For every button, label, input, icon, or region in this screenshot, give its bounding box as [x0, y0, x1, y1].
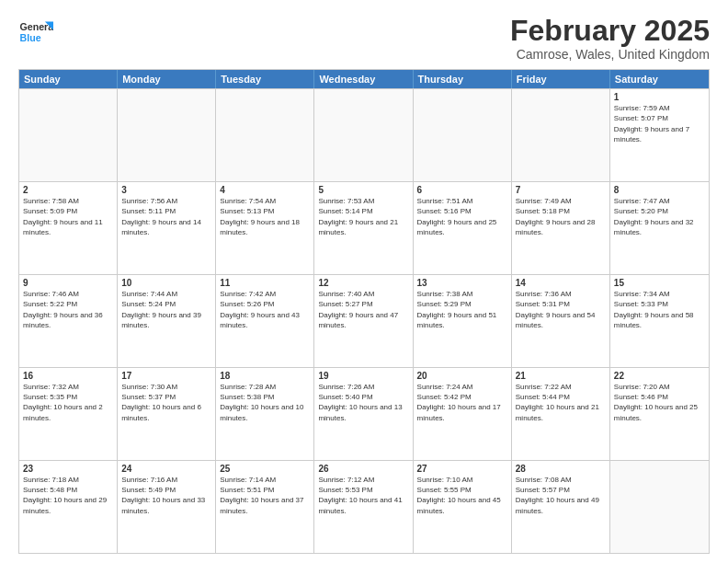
day-info: Sunrise: 7:38 AM Sunset: 5:29 PM Dayligh… — [417, 289, 507, 330]
calendar-cell: 3Sunrise: 7:56 AM Sunset: 5:11 PM Daylig… — [118, 182, 216, 274]
calendar-cell: 28Sunrise: 7:08 AM Sunset: 5:57 PM Dayli… — [512, 461, 610, 553]
calendar-cell: 10Sunrise: 7:44 AM Sunset: 5:24 PM Dayli… — [118, 275, 216, 367]
header-friday: Friday — [512, 70, 610, 88]
day-info: Sunrise: 7:47 AM Sunset: 5:20 PM Dayligh… — [614, 196, 705, 237]
day-number: 21 — [516, 371, 606, 381]
day-number: 11 — [220, 278, 310, 288]
header-wednesday: Wednesday — [314, 70, 413, 88]
day-number: 6 — [417, 185, 507, 195]
day-number: 12 — [318, 278, 408, 288]
page: General Blue February 2025 Camrose, Wale… — [0, 0, 728, 563]
calendar-cell — [118, 89, 216, 181]
day-number: 17 — [121, 371, 211, 381]
calendar-cell — [512, 89, 610, 181]
calendar-cell — [414, 89, 512, 181]
day-info: Sunrise: 7:30 AM Sunset: 5:37 PM Dayligh… — [121, 382, 211, 423]
calendar-cell: 23Sunrise: 7:18 AM Sunset: 5:48 PM Dayli… — [19, 461, 118, 553]
calendar-row-3: 9Sunrise: 7:46 AM Sunset: 5:22 PM Daylig… — [19, 274, 709, 367]
day-info: Sunrise: 7:20 AM Sunset: 5:46 PM Dayligh… — [614, 382, 705, 423]
calendar-cell: 15Sunrise: 7:34 AM Sunset: 5:33 PM Dayli… — [610, 275, 709, 367]
calendar-cell: 16Sunrise: 7:32 AM Sunset: 5:35 PM Dayli… — [19, 368, 118, 460]
day-number: 10 — [121, 278, 211, 288]
calendar-cell — [314, 89, 413, 181]
calendar-cell: 1Sunrise: 7:59 AM Sunset: 5:07 PM Daylig… — [610, 89, 709, 181]
calendar-row-4: 16Sunrise: 7:32 AM Sunset: 5:35 PM Dayli… — [19, 367, 709, 460]
day-number: 28 — [516, 464, 606, 474]
day-number: 20 — [417, 371, 507, 381]
day-number: 22 — [614, 371, 705, 381]
day-number: 27 — [417, 464, 507, 474]
day-number: 24 — [121, 464, 211, 474]
calendar-cell: 21Sunrise: 7:22 AM Sunset: 5:44 PM Dayli… — [512, 368, 610, 460]
svg-text:Blue: Blue — [20, 32, 41, 43]
day-info: Sunrise: 7:24 AM Sunset: 5:42 PM Dayligh… — [417, 382, 507, 423]
day-info: Sunrise: 7:22 AM Sunset: 5:44 PM Dayligh… — [516, 382, 606, 423]
day-info: Sunrise: 7:28 AM Sunset: 5:38 PM Dayligh… — [220, 382, 310, 423]
day-info: Sunrise: 7:32 AM Sunset: 5:35 PM Dayligh… — [23, 382, 113, 423]
day-info: Sunrise: 7:26 AM Sunset: 5:40 PM Dayligh… — [318, 382, 408, 423]
day-info: Sunrise: 7:49 AM Sunset: 5:18 PM Dayligh… — [516, 196, 606, 237]
calendar-cell — [216, 89, 314, 181]
calendar-cell: 19Sunrise: 7:26 AM Sunset: 5:40 PM Dayli… — [314, 368, 413, 460]
logo-icon: General Blue — [18, 15, 53, 50]
calendar-cell: 17Sunrise: 7:30 AM Sunset: 5:37 PM Dayli… — [118, 368, 216, 460]
day-number: 16 — [23, 371, 113, 381]
calendar-cell: 2Sunrise: 7:58 AM Sunset: 5:09 PM Daylig… — [19, 182, 118, 274]
day-number: 1 — [614, 92, 705, 102]
calendar-cell: 25Sunrise: 7:14 AM Sunset: 5:51 PM Dayli… — [216, 461, 314, 553]
day-info: Sunrise: 7:12 AM Sunset: 5:53 PM Dayligh… — [318, 475, 408, 516]
header-tuesday: Tuesday — [216, 70, 314, 88]
calendar-cell: 14Sunrise: 7:36 AM Sunset: 5:31 PM Dayli… — [512, 275, 610, 367]
day-info: Sunrise: 7:58 AM Sunset: 5:09 PM Dayligh… — [23, 196, 113, 237]
main-title: February 2025 — [510, 15, 710, 47]
calendar-cell: 8Sunrise: 7:47 AM Sunset: 5:20 PM Daylig… — [610, 182, 709, 274]
calendar-header: Sunday Monday Tuesday Wednesday Thursday… — [19, 70, 709, 88]
title-block: February 2025 Camrose, Wales, United Kin… — [510, 15, 710, 62]
calendar: Sunday Monday Tuesday Wednesday Thursday… — [18, 69, 710, 554]
day-info: Sunrise: 7:14 AM Sunset: 5:51 PM Dayligh… — [220, 475, 310, 516]
calendar-cell: 22Sunrise: 7:20 AM Sunset: 5:46 PM Dayli… — [610, 368, 709, 460]
day-number: 5 — [318, 185, 408, 195]
day-number: 4 — [220, 185, 310, 195]
calendar-body: 1Sunrise: 7:59 AM Sunset: 5:07 PM Daylig… — [19, 88, 709, 553]
calendar-cell — [19, 89, 118, 181]
calendar-row-5: 23Sunrise: 7:18 AM Sunset: 5:48 PM Dayli… — [19, 460, 709, 553]
day-info: Sunrise: 7:42 AM Sunset: 5:26 PM Dayligh… — [220, 289, 310, 330]
day-number: 18 — [220, 371, 310, 381]
day-number: 8 — [614, 185, 705, 195]
day-info: Sunrise: 7:10 AM Sunset: 5:55 PM Dayligh… — [417, 475, 507, 516]
day-info: Sunrise: 7:16 AM Sunset: 5:49 PM Dayligh… — [121, 475, 211, 516]
logo: General Blue — [18, 15, 53, 50]
calendar-cell: 27Sunrise: 7:10 AM Sunset: 5:55 PM Dayli… — [414, 461, 512, 553]
day-info: Sunrise: 7:36 AM Sunset: 5:31 PM Dayligh… — [516, 289, 606, 330]
header: General Blue February 2025 Camrose, Wale… — [18, 15, 710, 62]
calendar-cell — [610, 461, 709, 553]
day-number: 2 — [23, 185, 113, 195]
day-info: Sunrise: 7:53 AM Sunset: 5:14 PM Dayligh… — [318, 196, 408, 237]
calendar-row-2: 2Sunrise: 7:58 AM Sunset: 5:09 PM Daylig… — [19, 181, 709, 274]
day-info: Sunrise: 7:18 AM Sunset: 5:48 PM Dayligh… — [23, 475, 113, 516]
day-info: Sunrise: 7:54 AM Sunset: 5:13 PM Dayligh… — [220, 196, 310, 237]
calendar-cell: 13Sunrise: 7:38 AM Sunset: 5:29 PM Dayli… — [414, 275, 512, 367]
calendar-cell: 20Sunrise: 7:24 AM Sunset: 5:42 PM Dayli… — [414, 368, 512, 460]
header-monday: Monday — [118, 70, 216, 88]
subtitle: Camrose, Wales, United Kingdom — [510, 47, 710, 62]
calendar-cell: 11Sunrise: 7:42 AM Sunset: 5:26 PM Dayli… — [216, 275, 314, 367]
header-sunday: Sunday — [19, 70, 118, 88]
day-info: Sunrise: 7:59 AM Sunset: 5:07 PM Dayligh… — [614, 103, 705, 144]
day-info: Sunrise: 7:40 AM Sunset: 5:27 PM Dayligh… — [318, 289, 408, 330]
header-saturday: Saturday — [610, 70, 709, 88]
calendar-cell: 24Sunrise: 7:16 AM Sunset: 5:49 PM Dayli… — [118, 461, 216, 553]
day-number: 13 — [417, 278, 507, 288]
day-info: Sunrise: 7:44 AM Sunset: 5:24 PM Dayligh… — [121, 289, 211, 330]
day-info: Sunrise: 7:08 AM Sunset: 5:57 PM Dayligh… — [516, 475, 606, 516]
calendar-cell: 18Sunrise: 7:28 AM Sunset: 5:38 PM Dayli… — [216, 368, 314, 460]
calendar-cell: 5Sunrise: 7:53 AM Sunset: 5:14 PM Daylig… — [314, 182, 413, 274]
calendar-cell: 12Sunrise: 7:40 AM Sunset: 5:27 PM Dayli… — [314, 275, 413, 367]
header-thursday: Thursday — [414, 70, 512, 88]
calendar-row-1: 1Sunrise: 7:59 AM Sunset: 5:07 PM Daylig… — [19, 88, 709, 181]
day-info: Sunrise: 7:46 AM Sunset: 5:22 PM Dayligh… — [23, 289, 113, 330]
day-info: Sunrise: 7:51 AM Sunset: 5:16 PM Dayligh… — [417, 196, 507, 237]
calendar-cell: 6Sunrise: 7:51 AM Sunset: 5:16 PM Daylig… — [414, 182, 512, 274]
day-number: 26 — [318, 464, 408, 474]
